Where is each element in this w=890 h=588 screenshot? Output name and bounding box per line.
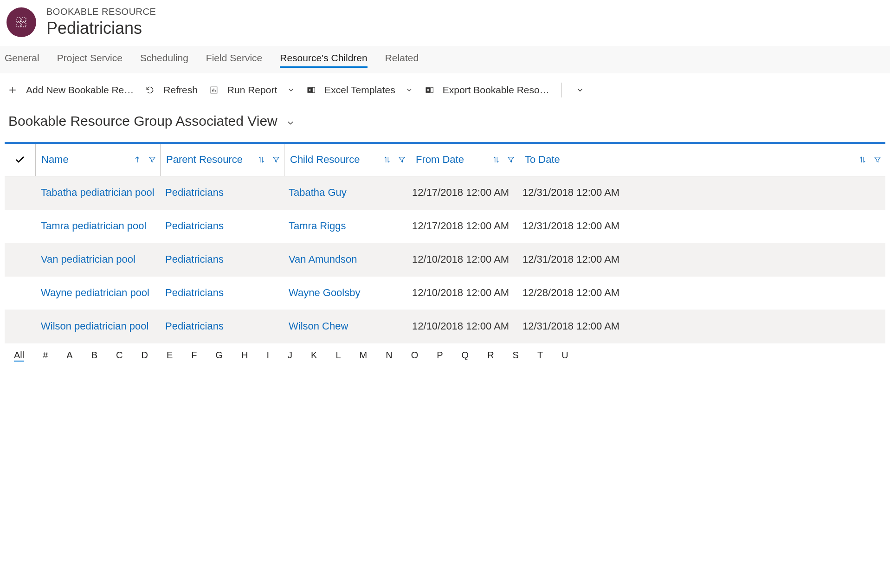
cell-from: 12/17/2018 12:00 AM <box>408 220 517 232</box>
jump-letter[interactable]: T <box>537 350 543 362</box>
cell-parent[interactable]: Pediatricians <box>160 320 283 332</box>
cell-from: 12/10/2018 12:00 AM <box>408 287 517 299</box>
refresh-button[interactable]: Refresh <box>142 83 200 97</box>
jump-letter[interactable]: H <box>241 350 248 362</box>
filter-icon[interactable] <box>272 155 280 164</box>
chevron-down-icon <box>576 86 584 94</box>
entity-type-label: BOOKABLE RESOURCE <box>46 6 156 18</box>
cell-parent[interactable]: Pediatricians <box>160 253 283 265</box>
cell-name[interactable]: Tabatha pediatrician pool <box>35 187 160 199</box>
sort-icon[interactable] <box>383 155 391 164</box>
cell-parent[interactable]: Pediatricians <box>160 187 283 199</box>
jump-letter[interactable]: R <box>487 350 494 362</box>
jump-letter[interactable]: B <box>91 350 97 362</box>
tab-project-service[interactable]: Project Service <box>57 52 123 68</box>
cell-child[interactable]: Tabatha Guy <box>283 187 408 199</box>
jump-letter[interactable]: # <box>43 350 48 362</box>
jump-letter[interactable]: N <box>386 350 392 362</box>
column-header-child-resource[interactable]: Child Resource <box>284 144 410 176</box>
sort-asc-icon[interactable] <box>133 155 142 164</box>
filter-icon[interactable] <box>873 155 882 164</box>
filter-icon[interactable] <box>507 155 515 164</box>
filter-icon[interactable] <box>148 155 156 164</box>
refresh-icon <box>145 85 155 95</box>
plus-icon <box>7 85 18 95</box>
jump-letter[interactable]: M <box>360 350 368 362</box>
jump-letter[interactable]: S <box>513 350 519 362</box>
cell-from: 12/17/2018 12:00 AM <box>408 187 517 199</box>
jump-all[interactable]: All <box>14 350 24 362</box>
jump-letter[interactable]: Q <box>462 350 469 362</box>
jump-letter[interactable]: P <box>437 350 443 362</box>
table-row[interactable]: Tamra pediatrician pool Pediatricians Ta… <box>5 210 885 243</box>
cell-name[interactable]: Wayne pediatrician pool <box>35 287 160 299</box>
view-selector[interactable]: Bookable Resource Group Associated View <box>0 107 890 142</box>
view-name: Bookable Resource Group Associated View <box>8 113 277 129</box>
cell-name[interactable]: Tamra pediatrician pool <box>35 220 160 232</box>
select-all-checkbox[interactable] <box>5 144 35 176</box>
cell-name[interactable]: Wilson pediatrician pool <box>35 320 160 332</box>
sort-icon[interactable] <box>858 155 867 164</box>
jump-letter[interactable]: A <box>66 350 72 362</box>
jump-letter[interactable]: O <box>411 350 419 362</box>
grid: Name Parent Resource Child Resource From <box>5 142 885 368</box>
svg-rect-2 <box>313 87 315 93</box>
add-new-button[interactable]: Add New Bookable Re… <box>5 83 136 97</box>
table-row[interactable]: Wayne pediatrician pool Pediatricians Wa… <box>5 277 885 310</box>
sort-icon[interactable] <box>492 155 500 164</box>
form-tabs: General Project Service Scheduling Field… <box>0 46 890 73</box>
table-row[interactable]: Van pediatrician pool Pediatricians Van … <box>5 243 885 277</box>
sort-icon[interactable] <box>257 155 265 164</box>
cell-child[interactable]: Wilson Chew <box>283 320 408 332</box>
cell-to: 12/31/2018 12:00 AM <box>517 320 885 332</box>
column-header-name[interactable]: Name <box>36 144 160 176</box>
command-bar: Add New Bookable Re… Refresh Run Report … <box>0 73 890 107</box>
export-excel-button[interactable]: Export Bookable Reso… <box>421 83 552 97</box>
cell-from: 12/10/2018 12:00 AM <box>408 320 517 332</box>
cell-name[interactable]: Van pediatrician pool <box>35 253 160 265</box>
table-row[interactable]: Wilson pediatrician pool Pediatricians W… <box>5 310 885 343</box>
cell-to: 12/28/2018 12:00 AM <box>517 287 885 299</box>
jump-letter[interactable]: C <box>116 350 123 362</box>
table-row[interactable]: Tabatha pediatrician pool Pediatricians … <box>5 176 885 210</box>
run-report-button[interactable]: Run Report <box>206 83 297 97</box>
excel-templates-button[interactable]: Excel Templates <box>303 83 416 97</box>
cell-from: 12/10/2018 12:00 AM <box>408 253 517 265</box>
jump-letter[interactable]: G <box>216 350 223 362</box>
tab-scheduling[interactable]: Scheduling <box>140 52 188 68</box>
page-header: BOOKABLE RESOURCE Pediatricians <box>0 0 890 46</box>
cell-child[interactable]: Tamra Riggs <box>283 220 408 232</box>
excel-icon <box>306 85 316 95</box>
report-icon <box>209 85 219 95</box>
record-title: Pediatricians <box>46 18 156 39</box>
cell-child[interactable]: Van Amundson <box>283 253 408 265</box>
jump-letter[interactable]: L <box>335 350 341 362</box>
cell-parent[interactable]: Pediatricians <box>160 220 283 232</box>
column-header-to-date[interactable]: To Date <box>519 144 885 176</box>
more-commands-button[interactable] <box>571 84 587 96</box>
jump-letter[interactable]: I <box>267 350 270 362</box>
chevron-down-icon <box>406 86 413 94</box>
cell-to: 12/31/2018 12:00 AM <box>517 220 885 232</box>
svg-rect-4 <box>431 87 433 93</box>
chevron-down-icon <box>286 118 295 128</box>
tab-related[interactable]: Related <box>385 52 419 68</box>
jump-letter[interactable]: J <box>288 350 292 362</box>
tab-general[interactable]: General <box>5 52 39 68</box>
column-header-parent-resource[interactable]: Parent Resource <box>161 144 284 176</box>
separator <box>561 83 562 97</box>
column-header-from-date[interactable]: From Date <box>410 144 519 176</box>
jump-letter[interactable]: D <box>142 350 148 362</box>
filter-icon[interactable] <box>398 155 406 164</box>
cell-parent[interactable]: Pediatricians <box>160 287 283 299</box>
jump-letter[interactable]: E <box>167 350 173 362</box>
grid-header: Name Parent Resource Child Resource From <box>5 144 885 176</box>
cell-child[interactable]: Wayne Goolsby <box>283 287 408 299</box>
jump-letter[interactable]: K <box>311 350 317 362</box>
entity-icon <box>6 7 36 37</box>
tab-resources-children[interactable]: Resource's Children <box>280 52 367 68</box>
jump-letter[interactable]: F <box>191 350 197 362</box>
tab-field-service[interactable]: Field Service <box>206 52 262 68</box>
cell-to: 12/31/2018 12:00 AM <box>517 187 885 199</box>
jump-letter[interactable]: U <box>561 350 568 362</box>
